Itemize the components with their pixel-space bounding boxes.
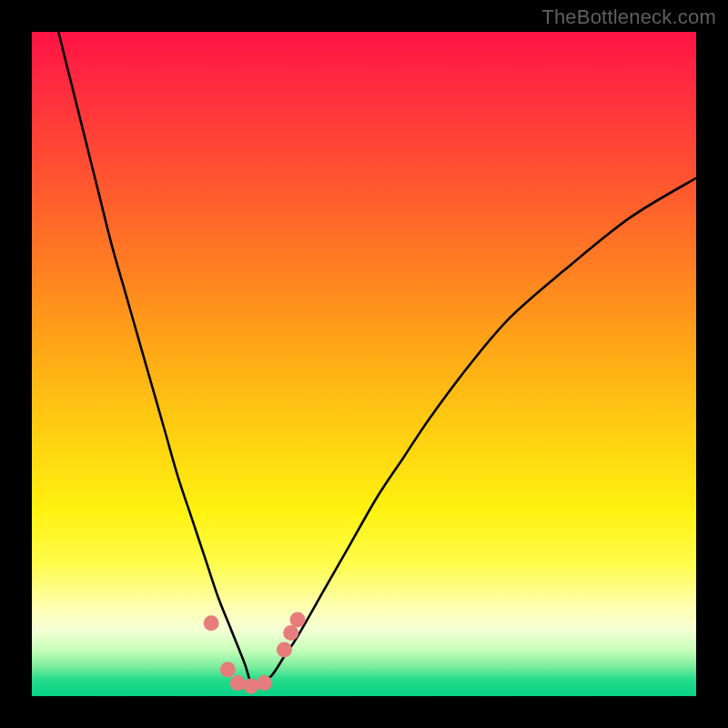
marker-dot — [257, 675, 272, 691]
marker-dot — [204, 615, 219, 631]
curve-layer — [32, 32, 696, 696]
marker-dot — [243, 679, 258, 694]
marker-dot — [277, 642, 292, 657]
marker-dot — [290, 612, 306, 628]
chart-frame: TheBottleneck.com — [0, 0, 728, 728]
marker-dot — [230, 675, 246, 691]
plot-area — [32, 32, 696, 696]
marker-group — [204, 612, 306, 694]
marker-dot — [283, 625, 298, 641]
marker-dot — [220, 662, 236, 677]
watermark-text: TheBottleneck.com — [541, 5, 716, 29]
bottleneck-curve — [58, 32, 696, 684]
